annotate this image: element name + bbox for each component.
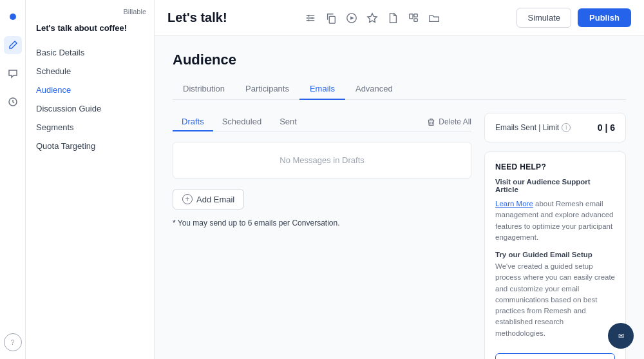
download-icon[interactable] (407, 12, 420, 24)
info-icon[interactable]: i (562, 123, 571, 132)
email-sub-tabs: Drafts Scheduled Sent Delete All (173, 113, 471, 131)
add-email-label: Add Email (196, 195, 234, 204)
logo-icon[interactable] (4, 8, 22, 26)
file-icon[interactable] (386, 12, 399, 24)
simulate-button[interactable]: Simulate (516, 8, 571, 28)
add-email-button[interactable]: + Add Email (173, 189, 244, 209)
guided-setup-title: Try our Guided Email Setup (495, 251, 615, 258)
top-bar: Let's talk! (155, 0, 644, 36)
emails-sent-label: Emails Sent | Limit i (495, 123, 571, 132)
icon-rail: ? (0, 0, 26, 359)
help-card-title: NEED HELP? (495, 162, 615, 171)
clock-nav-icon[interactable] (4, 93, 22, 111)
svg-point-2 (307, 15, 309, 17)
sidebar-item-schedule[interactable]: Schedule (26, 62, 154, 81)
copy-icon[interactable] (325, 12, 337, 24)
svg-point-4 (307, 19, 309, 21)
delete-all-button[interactable]: Delete All (427, 117, 471, 126)
sidebar-item-audience[interactable]: Audience (26, 81, 154, 99)
delete-all-label: Delete All (439, 117, 471, 126)
svg-rect-5 (329, 16, 335, 23)
chat-nav-icon[interactable] (4, 64, 22, 82)
start-guided-setup-button[interactable]: Start Guided Setup (495, 353, 615, 359)
help-card: NEED HELP? Visit our Audience Support Ar… (484, 151, 626, 359)
top-bar-icons (304, 12, 440, 24)
svg-point-0 (10, 14, 16, 20)
empty-drafts-box: No Messages in Drafts (173, 142, 471, 179)
tab-participants[interactable]: Participants (235, 79, 299, 100)
sub-tab-scheduled[interactable]: Scheduled (213, 113, 270, 131)
svg-rect-9 (413, 18, 417, 21)
content-left: Drafts Scheduled Sent Delete All No Mess… (173, 113, 471, 228)
emails-sent-card: Emails Sent | Limit i 0 | 6 (484, 113, 626, 142)
content-grid: Drafts Scheduled Sent Delete All No Mess… (173, 113, 626, 359)
billing-label: Billable (26, 8, 154, 21)
star-icon[interactable] (366, 12, 379, 24)
sub-tab-sent[interactable]: Sent (270, 113, 306, 131)
tab-advanced[interactable]: Advanced (345, 79, 403, 100)
help-card-visit-label: Visit our Audience Support Article (495, 178, 615, 193)
learn-more-link[interactable]: Learn More (495, 200, 533, 208)
sidebar: Billable Let's talk about coffee! Basic … (26, 0, 155, 359)
top-bar-project-name: Let's talk! (167, 10, 227, 25)
page-heading: Audience (173, 52, 626, 68)
main-content: Let's talk! (155, 0, 644, 359)
svg-rect-8 (413, 14, 417, 17)
main-tabs: Distribution Participants Emails Advance… (173, 79, 626, 100)
top-bar-actions: Simulate Publish (516, 8, 631, 28)
svg-point-3 (311, 17, 313, 19)
empty-drafts-message: No Messages in Drafts (279, 155, 365, 165)
project-title: Let's talk about coffee! (26, 21, 154, 43)
sidebar-item-quota-targeting[interactable]: Quota Targeting (26, 137, 154, 155)
play-icon[interactable] (345, 12, 358, 24)
email-limit-note: * You may send up to 6 emails per Conver… (173, 218, 471, 228)
sub-tab-drafts[interactable]: Drafts (173, 113, 213, 131)
tab-distribution[interactable]: Distribution (173, 79, 235, 100)
plus-circle-icon: + (182, 194, 193, 204)
publish-button[interactable]: Publish (578, 8, 631, 27)
content-right: Emails Sent | Limit i 0 | 6 NEED HELP? V… (484, 113, 626, 359)
page-content: Audience Distribution Participants Email… (155, 36, 644, 359)
settings-icon[interactable] (304, 12, 317, 24)
tab-emails[interactable]: Emails (299, 79, 345, 100)
chat-support-bubble[interactable]: ✉ (608, 323, 634, 349)
guided-setup-text: We've created a guided setup process whe… (495, 261, 615, 339)
help-card-learn-more-text: Learn More about Remesh email management… (495, 199, 615, 243)
help-rail-icon[interactable]: ? (4, 333, 22, 351)
folder-icon[interactable] (428, 12, 440, 24)
sidebar-item-discussion-guide[interactable]: Discussion Guide (26, 99, 154, 118)
sidebar-item-segments[interactable]: Segments (26, 118, 154, 137)
svg-rect-7 (409, 14, 412, 18)
svg-text:✉: ✉ (618, 332, 624, 340)
emails-sent-value: 0 | 6 (598, 122, 615, 133)
sidebar-item-basic-details[interactable]: Basic Details (26, 43, 154, 62)
edit-nav-icon[interactable] (4, 36, 22, 54)
